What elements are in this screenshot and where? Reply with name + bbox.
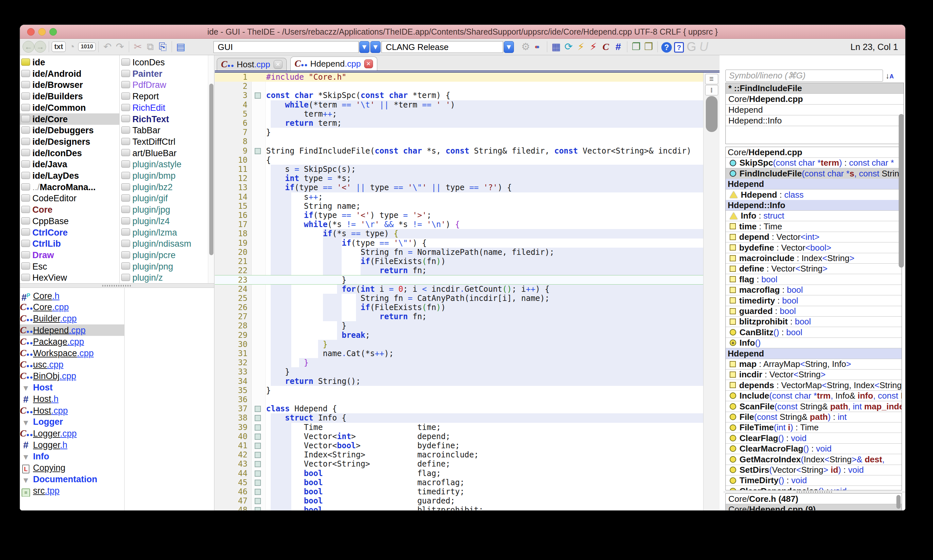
build-method-dropdown[interactable]: CLANG Release <box>381 41 503 53</box>
member-item[interactable]: flag : bool <box>726 274 902 285</box>
member-item[interactable]: +Info() <box>726 337 902 348</box>
code-line[interactable]: 41 Vector<bool> bydefine; <box>215 441 703 450</box>
code-line[interactable]: 10{ <box>215 155 703 165</box>
file-item[interactable]: ▼Info <box>20 451 124 462</box>
code-line[interactable]: 34 return String(); <box>215 377 703 386</box>
code-line[interactable]: 22 return fn; <box>215 266 703 275</box>
code-line[interactable]: 29 break; <box>215 331 703 340</box>
code-line[interactable]: 3const char *SkipSpc(const char *term) { <box>215 91 703 100</box>
code-line[interactable]: 23 } <box>215 275 703 284</box>
packages-files-splitter[interactable] <box>20 283 214 288</box>
run-icon[interactable]: ❐ <box>630 41 642 52</box>
sort-alpha-icon[interactable]: ↓AZ <box>885 69 904 82</box>
code-line[interactable]: 28 } <box>215 321 703 330</box>
code-line[interactable]: 6 return term; <box>215 118 703 128</box>
member-item[interactable]: define : Vector<String> <box>726 263 902 274</box>
package-item[interactable]: HexView <box>20 272 119 283</box>
paste-icon[interactable]: ⎘ <box>157 41 169 52</box>
forward-icon[interactable]: → <box>34 41 46 52</box>
navigator-marker-icon[interactable] <box>254 507 261 511</box>
file-item[interactable]: #PCore.h <box>20 290 124 301</box>
code-line[interactable]: 25 String fn = CatAnyPath(incdir[i], nam… <box>215 294 703 303</box>
build-icon[interactable]: ⚡ <box>575 41 587 52</box>
member-scope-header[interactable]: Hdepend::Info <box>726 200 902 211</box>
undo-icon[interactable]: ↶ <box>101 41 114 52</box>
package-item[interactable]: ide/Browser <box>20 79 119 91</box>
code-line[interactable]: 43 Vector<String> define; <box>215 459 703 469</box>
sync-icon[interactable]: ⟳ <box>562 41 575 52</box>
navigator-marker-icon[interactable] <box>254 471 261 477</box>
member-item[interactable]: macroflag : bool <box>726 285 902 295</box>
code-line[interactable]: 12 int type = *s; <box>215 174 703 183</box>
package-item[interactable]: plugin/ndisasm <box>120 238 210 249</box>
package-item[interactable]: ide/Builders <box>20 91 119 102</box>
member-item[interactable]: TimeDirty() : void <box>726 475 902 486</box>
package-item[interactable]: RichEdit <box>120 102 210 113</box>
editor-scrollbar[interactable]: ☰ ⫿ <box>703 72 720 511</box>
package-item[interactable]: ../MacroMana... <box>20 182 119 193</box>
member-item[interactable]: depends : VectorMap<String, Index<String… <box>726 380 902 391</box>
tab-close-icon[interactable]: ✕ <box>364 60 373 68</box>
member-item[interactable]: SetDirs(Vector<String> id) : void <box>726 465 902 475</box>
package-item[interactable]: CodeEditor <box>20 192 119 204</box>
member-list-scrollbar-thumb[interactable] <box>899 114 904 268</box>
navigator-marker-icon[interactable] <box>254 461 261 467</box>
main-config-dropdown[interactable]: GUI <box>213 41 359 53</box>
member-item[interactable]: depend : Vector<int> <box>726 232 902 242</box>
code-line[interactable]: 24 for(int i = 0; i < incdir.GetCount();… <box>215 285 703 294</box>
package-item[interactable]: ide/Designers <box>20 136 119 147</box>
navigator-marker-icon[interactable] <box>254 489 261 495</box>
code-line[interactable]: 19 if(type == '\"') { <box>215 238 703 248</box>
symbol-scope-item[interactable]: Hdepend <box>726 105 904 115</box>
file-item[interactable]: C●●Hdepend.cpp <box>20 325 124 336</box>
code-line[interactable]: 16 if(type == '<') type = '>'; <box>215 211 703 220</box>
code-line[interactable]: 1#include "Core.h" <box>215 72 703 82</box>
code-line[interactable]: 9String FindIncludeFile(const char *s, c… <box>215 146 703 155</box>
code-line[interactable]: 4 while(*term == '\t' || *term == ' ') <box>215 100 703 109</box>
member-item[interactable]: SkipSpc(const char *term) : const char * <box>726 157 902 168</box>
file-item[interactable]: #Host.h <box>20 393 124 405</box>
code-line[interactable]: 26 if(FileExists(fn)) <box>215 303 703 312</box>
code-line[interactable]: 37class Hdepend { <box>215 404 703 413</box>
package-item[interactable]: ide/Java <box>20 158 119 170</box>
binary-mode-button[interactable]: 1010 <box>78 43 96 51</box>
package-scrollbar-thumb[interactable] <box>209 84 213 255</box>
symbol-scope-item[interactable]: Core/Hdepend.cpp <box>726 94 904 105</box>
package-item[interactable]: ide/Core <box>20 113 119 125</box>
member-item[interactable]: Hdepend : class <box>726 189 902 200</box>
build-method-dropdown-arrow2-icon[interactable]: ▼ <box>504 41 514 53</box>
package-item[interactable]: plugin/png <box>120 261 210 272</box>
member-item[interactable]: File(const String& path) : int <box>726 412 902 422</box>
build-method-dropdown-arrow-icon[interactable]: ▼ <box>370 41 381 53</box>
code-line[interactable]: 8 <box>215 137 703 146</box>
member-item[interactable]: macroinclude : Index<String> <box>726 253 902 264</box>
dependency-file-item[interactable]: Core/Core.h (487) <box>726 494 902 504</box>
member-scope-header[interactable]: Hdepend <box>726 348 902 359</box>
package-item[interactable]: ide/Common <box>20 102 119 113</box>
code-line[interactable]: 20 String fn = NormalizePath(name, filed… <box>215 248 703 257</box>
package-scrollbar[interactable] <box>208 55 214 283</box>
code-line[interactable]: 17 while(*s != '\r' && *s != '\n') { <box>215 220 703 229</box>
package-item[interactable]: TabBar <box>120 125 210 136</box>
package-item[interactable]: Draw <box>20 249 119 261</box>
help-box-icon[interactable]: ? <box>673 41 685 52</box>
code-line[interactable]: 47 bool guarded; <box>215 496 703 505</box>
copy-icon[interactable]: ⧉ <box>144 41 157 52</box>
package-item[interactable]: Report <box>120 91 210 102</box>
package-item[interactable]: plugin/bz2 <box>120 182 210 193</box>
member-item[interactable]: time : Time <box>726 221 902 232</box>
help-circle-icon[interactable]: ? <box>660 41 673 52</box>
member-item[interactable]: ScanFile(const String& path, int map_ind… <box>726 401 902 412</box>
editor-scrollbar-thumb[interactable] <box>706 96 717 132</box>
member-item[interactable]: GetMacroIndex(Index<String>& dest, <box>726 454 902 465</box>
navigator-marker-icon[interactable] <box>254 415 261 421</box>
code-line[interactable]: 13 if(type == '<' || type == '\"' || typ… <box>215 183 703 192</box>
navigator-marker-icon[interactable] <box>254 480 261 486</box>
member-item[interactable]: timedirty : bool <box>726 295 902 306</box>
split-horizontal-button[interactable]: ☰ <box>705 74 718 84</box>
u-icon[interactable]: U <box>698 41 710 52</box>
file-item[interactable]: C●●Package.cpp <box>20 336 124 347</box>
code-line[interactable]: 46 bool timedirty; <box>215 487 703 496</box>
file-item[interactable]: ▼Documentation <box>20 474 124 485</box>
code-line[interactable]: 2 <box>215 82 703 91</box>
